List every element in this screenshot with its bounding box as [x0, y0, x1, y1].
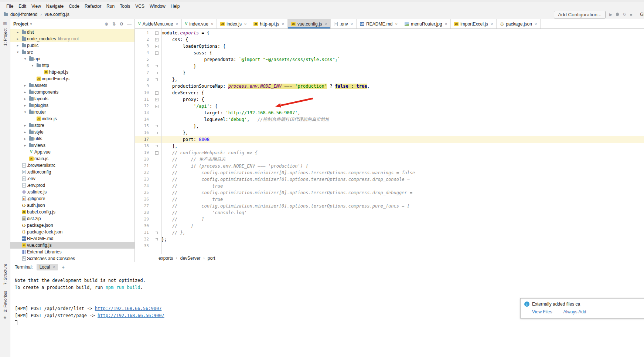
fold-end-icon[interactable] — [156, 232, 158, 234]
fold-marker-icon[interactable]: − — [152, 105, 161, 108]
chevron-down-icon[interactable]: ▾ — [22, 57, 28, 61]
fold-marker-icon[interactable] — [152, 78, 161, 81]
code-line-27[interactable]: 27 // config.optimization.minimizer[0].o… — [135, 203, 644, 209]
tree-item-auth-json[interactable]: {}auth.json — [10, 202, 134, 209]
chevron-right-icon[interactable]: ▸ — [15, 30, 21, 34]
debug-icon[interactable] — [616, 13, 619, 16]
code-line-11[interactable]: 11− proxy: { — [135, 96, 644, 103]
fold-marker-icon[interactable]: − — [152, 51, 161, 55]
tree-item-main-js[interactable]: JSmain.js — [10, 155, 134, 162]
editor-tab-index-vue[interactable]: Vindex.vue× — [182, 19, 217, 28]
code-line-15[interactable]: 15 }, — [135, 123, 644, 129]
editor-tab-index-js[interactable]: JSindex.js× — [217, 19, 250, 28]
close-icon[interactable]: × — [176, 22, 178, 26]
tree-item--env[interactable]: ≡.env — [10, 175, 134, 182]
editor-tab-menurouter-jpg[interactable]: menuRouter.jpg× — [401, 19, 451, 28]
close-icon[interactable]: × — [351, 22, 353, 26]
code-line-26[interactable]: 26 // true — [135, 196, 644, 203]
tree-item-http-api-js[interactable]: JShttp-api.js — [10, 69, 134, 75]
chevron-down-icon[interactable]: ▾ — [30, 64, 35, 67]
fold-collapse-icon[interactable]: − — [155, 45, 159, 48]
stripe-structure-button[interactable]: 7: Structure — [3, 264, 7, 285]
code-line-25[interactable]: 25 // config.optimization.minimizer[0].o… — [135, 189, 644, 196]
chevron-right-icon[interactable]: ▸ — [22, 97, 28, 101]
fold-marker-icon[interactable]: − — [152, 31, 161, 35]
close-icon[interactable]: × — [244, 22, 246, 26]
code-line-3[interactable]: 3− loaderOptions: { — [135, 43, 644, 50]
tree-item--eslintrc-js[interactable]: .eslintrc.js — [10, 189, 134, 195]
tree-item-package-json[interactable]: {}package.json — [10, 222, 134, 229]
menu-code[interactable]: Code — [66, 3, 82, 10]
tree-item-src[interactable]: ▾src — [10, 49, 134, 55]
fold-collapse-icon[interactable]: − — [155, 51, 159, 55]
code-line-18[interactable]: 18 }, — [135, 143, 644, 149]
code-line-16[interactable]: 16 }, — [135, 129, 644, 136]
fold-marker-icon[interactable]: − — [152, 45, 161, 48]
stripe-project-button[interactable]: 1: Project — [3, 28, 7, 46]
menu-help[interactable]: Help — [168, 3, 183, 10]
tree-item-external-libraries[interactable]: External Libraries — [10, 249, 134, 255]
editor-tab-http-api-js[interactable]: JShttp-api.js× — [250, 19, 287, 28]
fold-end-icon[interactable] — [156, 125, 158, 127]
code-line-33[interactable]: 33 — [135, 243, 644, 249]
collapse-all-icon[interactable]: ⇅ — [112, 21, 116, 27]
breadcrumb-exports[interactable]: exports — [159, 256, 173, 261]
close-icon[interactable]: × — [491, 22, 493, 26]
close-icon[interactable]: × — [325, 22, 327, 26]
code-line-20[interactable]: 20 // // 生产去除日志 — [135, 156, 644, 163]
fold-marker-icon[interactable]: − — [152, 98, 161, 101]
tree-item-vue-config-js[interactable]: JSvue.config.js — [10, 242, 134, 249]
chevron-right-icon[interactable]: ▸ — [22, 104, 28, 107]
fold-marker-icon[interactable] — [152, 125, 161, 127]
code-line-32[interactable]: 32}; — [135, 236, 644, 243]
proxy-target-link[interactable]: http://192.168.66.56:9007 — [98, 313, 164, 318]
code-line-10[interactable]: 10− devServer: { — [135, 90, 644, 96]
tree-item-layouts[interactable]: ▸layouts — [10, 95, 134, 102]
project-panel-title[interactable]: Project — [13, 21, 28, 27]
fold-collapse-icon[interactable]: − — [155, 98, 159, 101]
settings-icon[interactable]: ⚙ — [119, 21, 123, 27]
editor-tab-asidemenu-vue[interactable]: VAsideMenu.vue× — [135, 19, 182, 28]
tree-item-http[interactable]: ▾http — [10, 62, 134, 69]
code-line-4[interactable]: 4− sass: { — [135, 50, 644, 56]
breadcrumb-devserver[interactable]: devServer — [180, 256, 201, 261]
code-line-13[interactable]: 13 target: 'http://192.168.66.56:9007', — [135, 110, 644, 116]
chevron-right-icon[interactable]: ▸ — [15, 44, 21, 47]
editor-tab-readme-md[interactable]: MDREADME.md× — [357, 19, 401, 28]
tree-item-router[interactable]: ▾router — [10, 109, 134, 115]
editor-tab-package-json[interactable]: {}package.json× — [497, 19, 541, 28]
hide-icon[interactable]: — — [127, 21, 132, 27]
stripe-favorites-button[interactable]: 2: Favorites — [3, 291, 7, 312]
code-line-2[interactable]: 2− css: { — [135, 36, 644, 43]
code-line-29[interactable]: 29 // ] — [135, 216, 644, 223]
breadcrumb-port[interactable]: port — [208, 256, 215, 261]
menu-window[interactable]: Window — [147, 3, 168, 10]
chevron-down-icon[interactable]: ▾ — [30, 22, 32, 26]
fold-marker-icon[interactable] — [152, 65, 161, 67]
fold-marker-icon[interactable]: − — [152, 38, 161, 41]
fold-end-icon[interactable] — [156, 72, 158, 74]
code-line-7[interactable]: 7 } — [135, 70, 644, 76]
stop-icon[interactable]: ■ — [630, 12, 633, 17]
fold-marker-icon[interactable]: − — [152, 91, 161, 95]
tree-item-readme-md[interactable]: MDREADME.md — [10, 235, 134, 242]
tree-item-components[interactable]: ▸components — [10, 89, 134, 95]
proxy-target-link[interactable]: http://192.168.66.56:9007 — [95, 306, 162, 311]
editor-tab-vue-config-js[interactable]: JSvue.config.js× — [288, 19, 331, 28]
chevron-down-icon[interactable]: ▾ — [22, 110, 28, 114]
code-line-14[interactable]: 14 logLevel:'debug', //控制台终端打印代理前的真实地址 — [135, 116, 644, 123]
close-icon[interactable]: × — [395, 22, 398, 26]
fold-end-icon[interactable] — [156, 238, 158, 240]
favorites-star-icon[interactable]: ★ — [3, 315, 7, 320]
fold-marker-icon[interactable] — [152, 72, 161, 74]
chevron-right-icon[interactable]: ▸ — [22, 90, 28, 94]
code-line-21[interactable]: 21 // if (process.env.NODE_ENV === 'prod… — [135, 163, 644, 169]
tree-item-assets[interactable]: ▸assets — [10, 82, 134, 89]
close-icon[interactable]: × — [211, 22, 213, 26]
tree-item--browserslistrc[interactable]: ≡.browserslistrc — [10, 162, 134, 169]
terminal-tab-local[interactable]: Local × — [37, 264, 58, 270]
chevron-right-icon[interactable]: ▸ — [22, 84, 28, 87]
code-line-22[interactable]: 22 // config.optimization.minimizer[0].o… — [135, 169, 644, 176]
menu-vcs[interactable]: VCS — [133, 3, 147, 10]
tree-item-node-modules[interactable]: ▸node_moduleslibrary root — [10, 36, 134, 42]
